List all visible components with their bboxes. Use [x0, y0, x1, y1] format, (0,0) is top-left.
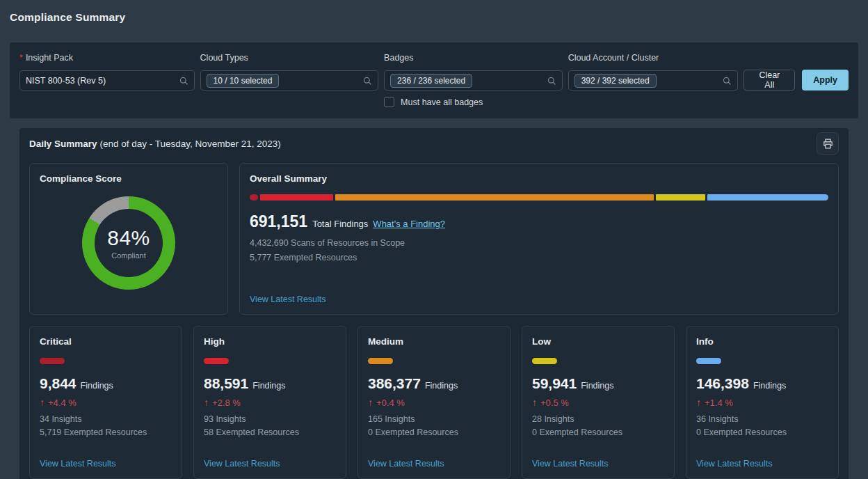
filter-cloud-account: Cloud Account / Cluster 392 / 392 select…: [568, 53, 739, 91]
exempted-resources-text: 5,777 Exempted Resources: [250, 252, 828, 263]
compliance-donut: 84% Compliant: [82, 196, 175, 290]
findings-label: Findings: [753, 381, 786, 391]
insight-pack-input[interactable]: [26, 76, 175, 86]
cloud-account-field[interactable]: 392 / 392 selected: [568, 70, 739, 91]
severity-card-medium: Medium 386,377 Findings ↑+0.4 % 165 Insi…: [357, 326, 511, 479]
overall-summary-card: Overall Summary 691,151 Total Findings W…: [239, 163, 839, 315]
exempted-count: 0 Exempted Resources: [532, 427, 664, 437]
trend-indicator: ↑+4.4 %: [40, 397, 172, 408]
insights-count: 28 Insights: [532, 414, 664, 424]
filter-insight-pack: *Insight Pack: [19, 53, 195, 91]
cloud-types-label: Cloud Types: [200, 53, 379, 63]
exempted-count: 0 Exempted Resources: [368, 427, 500, 437]
trend-up-icon: ↑: [532, 397, 537, 408]
cloud-account-label: Cloud Account / Cluster: [568, 53, 739, 63]
bar-segment-critical: [250, 194, 258, 201]
compliance-summary-page: Compliance Summary *Insight Pack Cloud T…: [0, 0, 868, 479]
findings-label: Findings: [425, 381, 458, 391]
findings-count: 59,941: [532, 375, 577, 392]
cloud-types-field[interactable]: 10 / 10 selected: [200, 70, 379, 91]
badges-chip[interactable]: 236 / 236 selected: [390, 74, 472, 88]
page-title: Compliance Summary: [10, 11, 858, 24]
must-have-all-badges-row: Must have all badges: [384, 97, 563, 107]
trend-up-icon: ↑: [204, 397, 209, 408]
scans-in-scope-text: 4,432,690 Scans of Resources in Scope: [250, 237, 828, 249]
trend-indicator: ↑+0.4 %: [368, 397, 500, 408]
bar-segment-low: [656, 194, 705, 201]
exempted-count: 0 Exempted Resources: [696, 427, 828, 437]
compliance-score-card: Compliance Score 84% Compliant: [29, 163, 228, 315]
print-button[interactable]: [817, 132, 839, 155]
overall-summary-title: Overall Summary: [250, 173, 828, 184]
filter-cloud-types: Cloud Types 10 / 10 selected: [200, 53, 379, 91]
daily-summary-panel: Daily Summary(end of day - Tuesday, Nove…: [19, 128, 849, 479]
exempted-count: 58 Exempted Resources: [204, 427, 336, 437]
findings-count: 88,591: [204, 375, 248, 392]
trend-indicator: ↑+1.4 %: [696, 397, 828, 408]
findings-count: 386,377: [368, 375, 421, 392]
severity-stacked-bar: [250, 194, 828, 201]
insight-pack-field[interactable]: [19, 70, 195, 91]
findings-count: 9,844: [40, 375, 77, 392]
trend-up-icon: ↑: [696, 397, 701, 408]
trend-up-icon: ↑: [40, 397, 45, 408]
severity-color-pill: [40, 358, 65, 364]
severity-card-critical: Critical 9,844 Findings ↑+4.4 % 34 Insig…: [29, 326, 182, 479]
severity-color-pill: [204, 358, 229, 364]
view-latest-results-link[interactable]: View Latest Results: [368, 459, 444, 469]
filter-panel: *Insight Pack Cloud Types 10 / 10 select…: [10, 42, 858, 118]
insights-count: 36 Insights: [696, 414, 828, 424]
severity-color-pill: [696, 358, 721, 364]
bar-segment-high: [260, 194, 333, 201]
view-latest-results-link[interactable]: View Latest Results: [250, 295, 326, 304]
bar-segment-info: [707, 194, 828, 201]
view-latest-results-link[interactable]: View Latest Results: [40, 459, 116, 469]
severity-color-pill: [368, 358, 393, 364]
printer-icon: [822, 138, 834, 150]
insights-count: 165 Insights: [368, 414, 500, 424]
must-have-all-badges-checkbox[interactable]: [384, 97, 394, 107]
severity-title: Medium: [368, 336, 500, 347]
findings-label: Findings: [581, 381, 613, 391]
search-icon: [722, 76, 732, 86]
severity-title: Critical: [40, 336, 172, 347]
must-have-all-badges-label: Must have all badges: [401, 97, 483, 107]
apply-button[interactable]: Apply: [802, 70, 849, 91]
findings-label: Findings: [252, 381, 285, 391]
severity-card-info: Info 146,398 Findings ↑+1.4 % 36 Insight…: [686, 326, 839, 479]
compliance-donut-hole: 84% Compliant: [95, 209, 163, 277]
compliance-percent: 84%: [107, 226, 150, 250]
badges-label: Badges: [384, 53, 563, 63]
findings-label: Findings: [81, 381, 113, 391]
trend-up-icon: ↑: [368, 397, 373, 408]
compliance-caption: Compliant: [111, 251, 146, 260]
findings-count: 146,398: [696, 375, 749, 392]
view-latest-results-link[interactable]: View Latest Results: [696, 459, 773, 469]
insight-pack-label: *Insight Pack: [19, 53, 195, 63]
total-findings-value: 691,151: [250, 212, 307, 231]
severity-color-pill: [532, 358, 557, 364]
severity-title: High: [204, 336, 336, 347]
cloud-types-chip[interactable]: 10 / 10 selected: [207, 74, 280, 88]
severity-card-low: Low 59,941 Findings ↑+0.5 % 28 Insights …: [522, 326, 675, 479]
whats-a-finding-link[interactable]: What's a Finding?: [373, 219, 445, 229]
severity-title: Info: [696, 336, 828, 347]
trend-indicator: ↑+0.5 %: [532, 397, 664, 408]
insights-count: 34 Insights: [40, 414, 172, 424]
daily-summary-title: Daily Summary(end of day - Tuesday, Nove…: [29, 139, 281, 149]
view-latest-results-link[interactable]: View Latest Results: [532, 459, 609, 469]
severity-cards-row: Critical 9,844 Findings ↑+4.4 % 34 Insig…: [29, 326, 839, 479]
clear-all-button[interactable]: Clear All: [744, 70, 795, 91]
exempted-count: 5,719 Exempted Resources: [40, 427, 172, 437]
severity-title: Low: [532, 336, 664, 347]
total-findings-label: Total Findings: [312, 219, 368, 229]
search-icon: [547, 76, 556, 86]
view-latest-results-link[interactable]: View Latest Results: [204, 459, 280, 469]
search-icon: [179, 76, 188, 86]
severity-card-high: High 88,591 Findings ↑+2.8 % 93 Insights…: [193, 326, 346, 479]
badges-field[interactable]: 236 / 236 selected: [384, 70, 563, 91]
cloud-account-chip[interactable]: 392 / 392 selected: [574, 74, 657, 88]
daily-summary-header: Daily Summary(end of day - Tuesday, Nove…: [29, 132, 839, 155]
trend-indicator: ↑+2.8 %: [204, 397, 336, 408]
bar-segment-medium: [335, 194, 654, 201]
